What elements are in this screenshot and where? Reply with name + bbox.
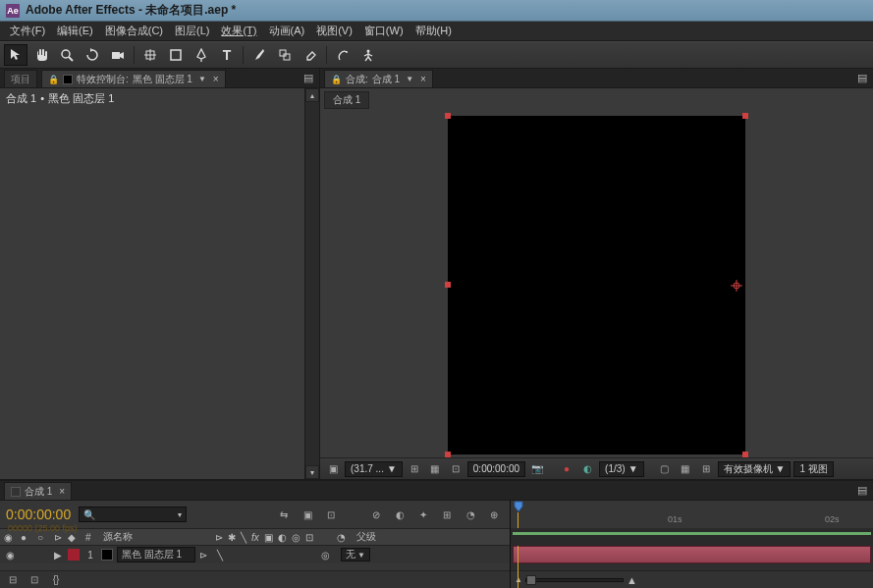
motion-blur-icon[interactable]: ◐: [390, 506, 409, 523]
handle-mid-left[interactable]: [445, 282, 451, 288]
av-icon[interactable]: ◉: [4, 532, 17, 543]
playhead-icon[interactable]: [513, 501, 524, 512]
handle-top-left[interactable]: [445, 113, 451, 119]
tool-clone[interactable]: [273, 44, 297, 66]
tool-brush[interactable]: [247, 44, 271, 66]
anchor-point-icon[interactable]: [731, 280, 740, 290]
chevron-down-icon[interactable]: ▼: [404, 75, 413, 83]
breadcrumb-item[interactable]: 合成 1: [324, 91, 369, 109]
parent-dropdown[interactable]: 无 ▼: [341, 548, 370, 561]
menu-effect[interactable]: 效果(T): [215, 22, 262, 40]
menu-view[interactable]: 视图(V): [310, 22, 358, 40]
guides-icon[interactable]: ⊞: [697, 461, 715, 477]
toggle-in-out-icon[interactable]: {}: [47, 572, 65, 588]
work-area-bar[interactable]: [513, 532, 871, 535]
toggle-switches-icon[interactable]: ⊟: [4, 572, 22, 588]
hide-shy-icon[interactable]: ⊡: [321, 506, 341, 523]
frame-blend-icon[interactable]: ⊘: [366, 506, 386, 523]
handle-bottom-left[interactable]: [445, 452, 451, 457]
project-tab[interactable]: 项目: [4, 70, 37, 87]
zoom-knob[interactable]: [526, 575, 536, 585]
comp-tab[interactable]: 🔒 合成: 合成 1 ▼ ×: [324, 70, 433, 87]
channel-icon[interactable]: ●: [558, 461, 575, 477]
close-icon[interactable]: ×: [417, 74, 426, 84]
toggle-modes-icon[interactable]: ⊡: [26, 572, 43, 588]
chevron-down-icon[interactable]: ▼: [196, 75, 206, 83]
layer-name[interactable]: 黑色 固态层 1: [117, 547, 195, 562]
tool-rotate[interactable]: [81, 44, 104, 66]
tool-hand[interactable]: [29, 44, 53, 66]
menu-edit[interactable]: 编辑(E): [51, 22, 99, 40]
zoom-track[interactable]: [525, 578, 624, 582]
menu-layer[interactable]: 图层(L): [169, 22, 215, 40]
time-ruler[interactable]: 01s 02s: [511, 501, 873, 528]
brainstorm-icon[interactable]: ✦: [413, 506, 433, 523]
timecode-field[interactable]: 0:00:00:00: [467, 461, 525, 477]
search-input[interactable]: 🔍 ▾: [79, 507, 187, 522]
mode-icon[interactable]: ◔: [337, 532, 353, 543]
work-area[interactable]: [511, 528, 873, 546]
draft3d-icon[interactable]: ▣: [298, 506, 317, 523]
scroll-up-icon[interactable]: ▴: [305, 88, 319, 102]
mask-toggle-icon[interactable]: ⊡: [447, 461, 464, 477]
menu-composition[interactable]: 图像合成(C): [99, 22, 169, 40]
zoom-dropdown[interactable]: (31.7 ...▼: [345, 461, 403, 477]
menu-file[interactable]: 文件(F): [4, 22, 51, 40]
label-icon[interactable]: ◆: [68, 532, 82, 543]
layer-clip[interactable]: [513, 546, 871, 563]
tool-text[interactable]: T: [215, 44, 239, 66]
panel-menu-icon[interactable]: ▤: [855, 484, 869, 498]
menu-window[interactable]: 窗口(W): [358, 22, 409, 40]
zoom-in-icon[interactable]: ▲: [627, 574, 637, 586]
scrollbar[interactable]: ▴ ▾: [304, 88, 319, 479]
menu-help[interactable]: 帮助(H): [409, 22, 458, 40]
shy-switch[interactable]: ⊳: [199, 550, 207, 561]
zoom-slider[interactable]: ▲ ▲: [515, 574, 637, 586]
viewer[interactable]: [320, 112, 873, 457]
shy-icon[interactable]: ⊳: [54, 532, 64, 543]
scroll-down-icon[interactable]: ▾: [305, 465, 319, 479]
timeline-tab[interactable]: 合成 1 ×: [4, 482, 72, 500]
handle-top-right[interactable]: [742, 113, 748, 119]
composition-canvas[interactable]: [448, 116, 745, 454]
layer-label-swatch[interactable]: [68, 549, 80, 561]
tool-zoom[interactable]: [55, 44, 79, 66]
panel-menu-icon[interactable]: ▤: [855, 72, 869, 85]
quality-switch[interactable]: ╲: [217, 550, 223, 561]
menu-animation[interactable]: 动画(A): [263, 22, 311, 40]
always-preview-icon[interactable]: ▣: [324, 461, 342, 477]
timeline-layer-row[interactable]: ◉ ▶ 1 黑色 固态层 1 ⊳ ╲ ◎: [0, 546, 510, 563]
lock-icon[interactable]: ○: [37, 532, 50, 543]
auto-keyframe-icon[interactable]: ◔: [461, 506, 480, 523]
color-mgmt-icon[interactable]: ◐: [578, 461, 596, 477]
transparency-grid-icon[interactable]: ▦: [426, 461, 444, 477]
ratio-dropdown[interactable]: (1/3)▼: [599, 461, 643, 477]
resolution-icon[interactable]: ⊞: [406, 461, 423, 477]
grid-icon[interactable]: ▦: [677, 461, 694, 477]
visibility-toggle[interactable]: ◉: [4, 550, 17, 561]
camera-dropdown[interactable]: 有效摄像机▼: [718, 461, 791, 477]
close-icon[interactable]: ×: [56, 486, 65, 497]
timeline-timecode[interactable]: 0:00:00:00: [6, 507, 71, 522]
tool-camera[interactable]: [106, 44, 130, 66]
handle-bottom-right[interactable]: [742, 452, 748, 457]
expand-icon[interactable]: ▶: [54, 550, 64, 561]
tool-puppet[interactable]: [356, 44, 380, 66]
parent-pick-icon[interactable]: ◎: [321, 550, 337, 561]
tool-roto[interactable]: [331, 44, 355, 66]
tool-pan-behind[interactable]: [138, 44, 162, 66]
tool-shape[interactable]: [164, 44, 188, 66]
tool-pen[interactable]: [190, 44, 213, 66]
solo-icon[interactable]: ●: [21, 532, 33, 543]
tool-selection[interactable]: [4, 44, 27, 66]
comp-mini-flow-icon[interactable]: ⇆: [274, 506, 294, 523]
region-icon[interactable]: ▢: [656, 461, 674, 477]
panel-menu-icon[interactable]: ▤: [301, 72, 315, 85]
snapshot-icon[interactable]: 📷: [528, 461, 546, 477]
scroll-track[interactable]: [305, 102, 319, 465]
close-icon[interactable]: ×: [210, 74, 219, 84]
expand-icon[interactable]: ⊕: [484, 506, 504, 523]
tool-eraser[interactable]: [299, 44, 322, 66]
effect-controls-tab[interactable]: 🔒 特效控制台: 黑色 固态层 1 ▼ ×: [41, 70, 226, 87]
graph-editor-icon[interactable]: ⊞: [437, 506, 457, 523]
